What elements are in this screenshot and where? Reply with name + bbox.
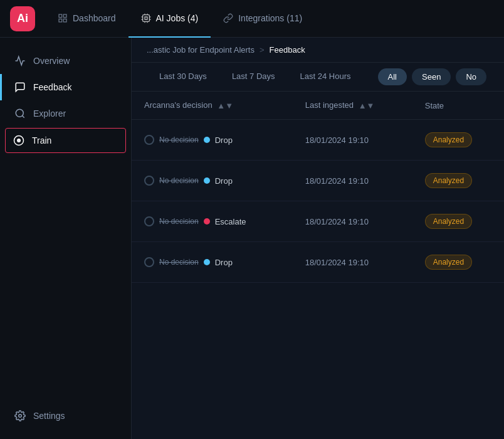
radio-button-1[interactable] (144, 176, 154, 186)
sidebar-item-train[interactable]: Train (5, 128, 126, 153)
filter-tab-last-30-days[interactable]: Last 30 Days (147, 63, 219, 91)
filter-tab-last-24-hours[interactable]: Last 24 Hours (288, 63, 364, 91)
cell-decision-1: No decision Drop (132, 161, 293, 201)
decision-dot-2 (204, 218, 210, 225)
sidebar-item-settings[interactable]: Settings (0, 403, 131, 429)
main-layout: Overview Feedback Explorer Train (0, 38, 504, 439)
table-row: No decision Drop 18/01/2024 19:10 Analyz… (132, 161, 504, 201)
svg-point-5 (16, 109, 23, 117)
cell-ingested-0: 18/01/2024 19:10 (293, 120, 412, 161)
table-row: No decision Drop 18/01/2024 19:10 Analyz… (132, 242, 504, 283)
breadcrumb-current: Feedback (270, 45, 305, 55)
grid-icon (58, 13, 68, 23)
nav-tab-integrations[interactable]: Integrations (11) (211, 0, 315, 38)
decision-value-0: Drop (215, 135, 233, 145)
sidebar-item-overview[interactable]: Overview (0, 48, 131, 74)
sort-icon-ingested: ▲▼ (359, 101, 375, 110)
target-icon (13, 135, 24, 146)
breadcrumb-separator: > (260, 45, 265, 55)
filter-tabs-row: Last 30 Days Last 7 Days Last 24 Hours A… (132, 63, 504, 92)
svg-line-6 (22, 115, 24, 117)
svg-rect-1 (63, 14, 66, 18)
col-decision[interactable]: Arcanna's decision ▲▼ (132, 92, 293, 120)
no-decision-label-0: No decision (159, 135, 199, 144)
cell-decision-0: No decision Drop (132, 120, 293, 161)
nav-tabs: Dashboard AI Jobs (4) Integrations (11) (45, 0, 315, 38)
svg-rect-3 (63, 19, 66, 22)
nav-tab-ai-jobs[interactable]: AI Jobs (4) (129, 0, 211, 38)
status-badge-0: Analyzed (425, 132, 472, 147)
decision-dot-3 (204, 259, 210, 265)
table-row: No decision Drop 18/01/2024 19:10 Analyz… (132, 120, 504, 161)
decision-value-3: Drop (215, 258, 233, 267)
table-header-row: Arcanna's decision ▲▼ Last ingested ▲▼ S… (132, 92, 504, 120)
decision-dot-0 (204, 137, 210, 143)
feedback-table-container: Arcanna's decision ▲▼ Last ingested ▲▼ S… (132, 92, 504, 439)
cell-state-0: Analyzed (412, 120, 504, 161)
no-decision-label-2: No decision (159, 217, 199, 226)
timestamp-0: 18/01/2024 19:10 (305, 135, 369, 145)
sidebar-item-explorer[interactable]: Explorer (0, 100, 131, 127)
cell-decision-3: No decision Drop (132, 242, 293, 283)
app-logo[interactable]: Ai (10, 6, 35, 31)
feedback-table: Arcanna's decision ▲▼ Last ingested ▲▼ S… (132, 92, 504, 283)
cell-ingested-1: 18/01/2024 19:10 (293, 161, 412, 201)
nav-tab-dashboard[interactable]: Dashboard (45, 0, 129, 38)
radio-button-2[interactable] (144, 216, 154, 226)
pill-tab-no[interactable]: No (456, 68, 486, 85)
svg-rect-0 (59, 14, 62, 18)
cell-state-3: Analyzed (412, 242, 504, 283)
status-badge-3: Analyzed (425, 255, 472, 270)
cell-decision-2: No decision Escalate (132, 201, 293, 242)
status-badge-2: Analyzed (425, 214, 472, 229)
content-area: ...astic Job for Endpoint Alerts > Feedb… (132, 38, 504, 439)
cell-state-2: Analyzed (412, 201, 504, 242)
chart-icon (14, 55, 26, 66)
status-badge-1: Analyzed (425, 173, 472, 188)
timestamp-2: 18/01/2024 19:10 (305, 217, 369, 226)
decision-value-2: Escalate (215, 217, 246, 226)
col-state: State (412, 92, 504, 120)
radio-button-3[interactable] (144, 257, 154, 267)
link-icon (223, 13, 233, 23)
decision-dot-1 (204, 177, 210, 184)
search-icon (14, 108, 26, 119)
svg-rect-4 (142, 14, 149, 21)
decision-value-1: Drop (215, 176, 233, 186)
gear-icon (14, 410, 26, 421)
table-row: No decision Escalate 18/01/2024 19:10 An… (132, 201, 504, 242)
radio-button-0[interactable] (144, 135, 154, 145)
breadcrumb-parent: ...astic Job for Endpoint Alerts (147, 45, 255, 55)
filter-tab-last-7-days[interactable]: Last 7 Days (219, 63, 288, 91)
cell-ingested-3: 18/01/2024 19:10 (293, 242, 412, 283)
pill-tab-all[interactable]: All (378, 68, 407, 85)
top-nav: Ai Dashboard AI Jobs (4) Integ (0, 0, 504, 38)
timestamp-1: 18/01/2024 19:10 (305, 176, 369, 186)
cpu-icon (141, 13, 151, 23)
sort-icon-decision: ▲▼ (217, 101, 233, 110)
timestamp-3: 18/01/2024 19:10 (305, 258, 369, 267)
no-decision-label-3: No decision (159, 258, 199, 267)
message-icon (14, 82, 26, 93)
cell-ingested-2: 18/01/2024 19:10 (293, 201, 412, 242)
svg-point-9 (19, 415, 22, 418)
pill-tab-seen[interactable]: Seen (412, 68, 451, 85)
cell-state-1: Analyzed (412, 161, 504, 201)
no-decision-label-1: No decision (159, 176, 199, 185)
svg-rect-2 (59, 19, 62, 22)
col-last-ingested[interactable]: Last ingested ▲▼ (293, 92, 412, 120)
sidebar-item-feedback[interactable]: Feedback (0, 74, 131, 100)
sidebar: Overview Feedback Explorer Train (0, 38, 132, 439)
breadcrumb: ...astic Job for Endpoint Alerts > Feedb… (132, 38, 504, 63)
